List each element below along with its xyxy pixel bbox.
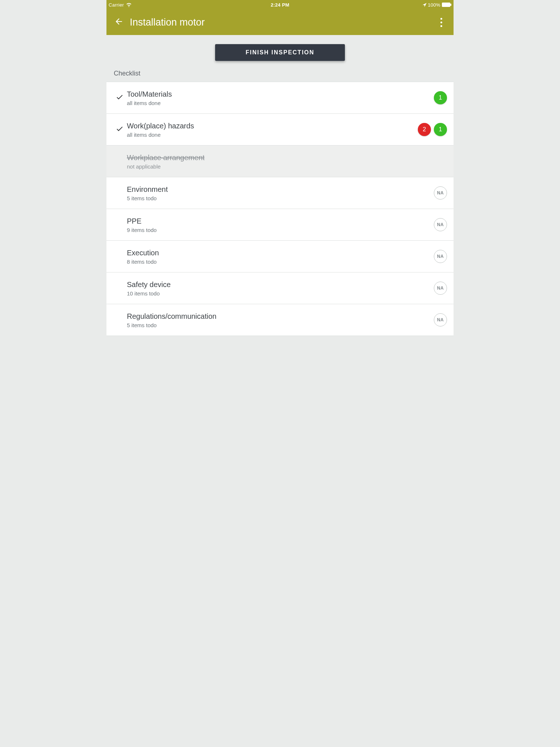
check-icon — [116, 125, 124, 134]
row-subtitle: 8 items todo — [127, 259, 434, 265]
row-texts: Environment5 items todo — [127, 178, 434, 208]
na-badge[interactable]: NA — [434, 250, 447, 263]
back-button[interactable] — [110, 13, 128, 31]
row-badges: NA — [434, 218, 447, 231]
row-badges: NA — [434, 186, 447, 200]
row-title: Environment — [127, 185, 434, 194]
row-texts: PPE9 items todo — [127, 210, 434, 240]
row-texts: Work(place) hazardsall items done — [127, 115, 418, 144]
battery-icon — [442, 3, 451, 7]
carrier-label: Carrier — [109, 2, 124, 8]
finish-inspection-button[interactable]: FINISH INSPECTION — [215, 44, 345, 61]
badge-red: 2 — [418, 123, 431, 136]
wifi-icon — [126, 3, 132, 7]
na-badge[interactable]: NA — [434, 282, 447, 295]
checklist-row[interactable]: Regulations/communication5 items todoNA — [106, 304, 454, 336]
row-subtitle: 5 items todo — [127, 322, 434, 328]
row-title: Workplace arrangement — [127, 153, 447, 162]
row-title: Safety device — [127, 280, 434, 289]
section-header-checklist: Checklist — [106, 70, 454, 82]
status-bar: Carrier 2:24 PM 100% — [106, 0, 454, 9]
checklist-row[interactable]: Execution8 items todoNA — [106, 240, 454, 272]
battery-pct: 100% — [428, 2, 440, 8]
svg-rect-0 — [442, 3, 450, 7]
row-subtitle: not applicable — [127, 163, 447, 170]
svg-rect-1 — [450, 4, 451, 6]
location-icon — [423, 3, 427, 7]
row-status-icon-slot — [112, 93, 127, 102]
row-texts: Regulations/communication5 items todo — [127, 305, 434, 335]
app-bar: Installation motor — [106, 9, 454, 35]
row-badges: NA — [434, 282, 447, 295]
checklist-row[interactable]: Environment5 items todoNA — [106, 177, 454, 209]
arrow-left-icon — [114, 17, 124, 28]
row-subtitle: 10 items todo — [127, 290, 434, 297]
row-subtitle: 9 items todo — [127, 227, 434, 233]
row-status-icon-slot — [112, 125, 127, 134]
row-texts: Workplace arrangementnot applicable — [127, 147, 447, 176]
checklist: Tool/Materialsall items done1Work(place)… — [106, 82, 454, 336]
row-title: Regulations/communication — [127, 312, 434, 321]
checklist-row[interactable]: Safety device10 items todoNA — [106, 272, 454, 304]
row-badges: NA — [434, 313, 447, 326]
badge-green: 1 — [434, 123, 447, 136]
row-subtitle: all items done — [127, 132, 418, 138]
row-title: Execution — [127, 248, 434, 257]
badge-green: 1 — [434, 91, 447, 104]
finish-button-area: FINISH INSPECTION — [106, 35, 454, 70]
row-texts: Execution8 items todo — [127, 242, 434, 271]
row-badges: 1 — [434, 91, 447, 104]
checklist-row[interactable]: Workplace arrangementnot applicable — [106, 145, 454, 177]
row-title: Tool/Materials — [127, 90, 434, 98]
page-title: Installation motor — [130, 17, 432, 28]
checklist-row[interactable]: Tool/Materialsall items done1 — [106, 82, 454, 114]
row-texts: Safety device10 items todo — [127, 274, 434, 303]
row-subtitle: all items done — [127, 100, 434, 106]
row-title: Work(place) hazards — [127, 121, 418, 130]
row-title: PPE — [127, 217, 434, 225]
na-badge[interactable]: NA — [434, 313, 447, 326]
checklist-row[interactable]: Work(place) hazardsall items done21 — [106, 113, 454, 146]
row-badges: NA — [434, 250, 447, 263]
na-badge[interactable]: NA — [434, 186, 447, 200]
overflow-menu-button[interactable] — [432, 13, 450, 31]
check-icon — [116, 93, 124, 102]
row-texts: Tool/Materialsall items done — [127, 83, 434, 113]
row-subtitle: 5 items todo — [127, 195, 434, 201]
na-badge[interactable]: NA — [434, 218, 447, 231]
more-vert-icon — [440, 18, 442, 27]
clock: 2:24 PM — [223, 2, 337, 8]
checklist-row[interactable]: PPE9 items todoNA — [106, 209, 454, 241]
row-badges: 21 — [418, 123, 447, 136]
